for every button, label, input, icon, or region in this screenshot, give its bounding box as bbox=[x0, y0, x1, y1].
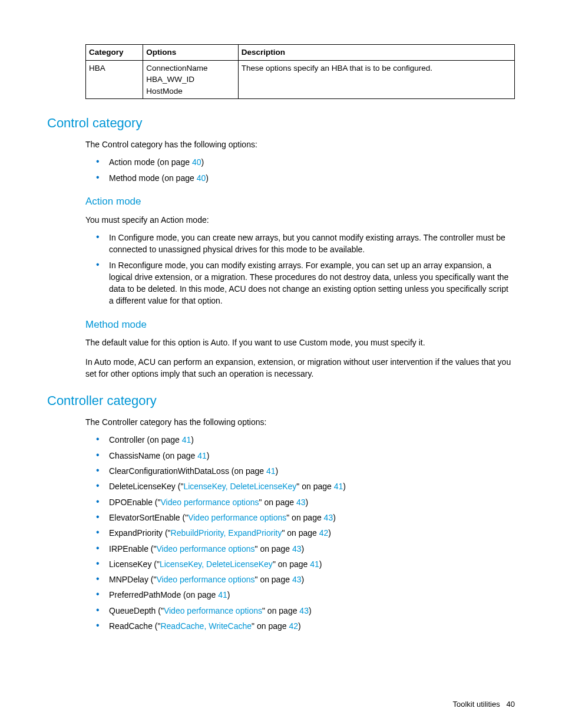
control-options-list: Action mode (on page 40) Method mode (on… bbox=[109, 156, 515, 184]
control-intro: The Control category has the following o… bbox=[85, 139, 515, 150]
heading-method-mode: Method mode bbox=[85, 318, 515, 332]
td-description: These options specify an HBA that is to … bbox=[238, 60, 514, 99]
page-link[interactable]: 43 bbox=[299, 606, 309, 615]
list-item: PreferredPathMode (on page 41) bbox=[109, 589, 515, 601]
item-post: ) bbox=[328, 528, 331, 538]
item-pre: LicenseKey (" bbox=[109, 559, 160, 569]
opt-item: HBA_WW_ID bbox=[146, 74, 234, 85]
item-mid: " on page bbox=[273, 559, 310, 569]
item-pre: QueueDepth (" bbox=[109, 606, 164, 615]
page-link[interactable]: 42 bbox=[289, 621, 298, 631]
list-item: IRPEnable ("Video performance options" o… bbox=[109, 543, 515, 555]
td-category: HBA bbox=[86, 60, 143, 99]
page-link[interactable]: 43 bbox=[296, 498, 306, 507]
list-item: MNPDelay ("Video performance options" on… bbox=[109, 574, 515, 585]
controller-intro: The Controller category has the followin… bbox=[85, 416, 515, 428]
page-link[interactable]: 43 bbox=[292, 575, 302, 584]
page-link[interactable]: 43 bbox=[292, 544, 302, 554]
item-mid: " on page bbox=[282, 528, 319, 538]
item-post: ) bbox=[309, 606, 312, 615]
item-mid: " on page bbox=[255, 575, 292, 584]
cross-ref-link[interactable]: Video performance options bbox=[156, 544, 254, 554]
item-post: ) bbox=[301, 544, 304, 554]
item-mid: " on page bbox=[286, 513, 323, 522]
list-item: DPOEnable ("Video performance options" o… bbox=[109, 496, 515, 508]
item-pre: ElevatorSortEnable (" bbox=[109, 513, 188, 522]
cross-ref-link[interactable]: Video performance options bbox=[156, 575, 254, 584]
list-item: ClearConfigurationWithDataLoss (on page … bbox=[109, 465, 515, 477]
item-pre: IRPEnable (" bbox=[109, 544, 156, 554]
list-item: ChassisName (on page 41) bbox=[109, 450, 515, 462]
footer-page: 40 bbox=[507, 700, 515, 709]
list-item: ExpandPriority ("RebuildPriority, Expand… bbox=[109, 527, 515, 539]
page-link[interactable]: 42 bbox=[319, 528, 329, 538]
th-category: Category bbox=[86, 45, 143, 61]
item-mid: " on page bbox=[262, 606, 299, 615]
cross-ref-link[interactable]: Video performance options bbox=[188, 513, 286, 522]
item-post: ) bbox=[305, 498, 308, 507]
list-item: In Reconfigure mode, you can modify exis… bbox=[109, 259, 515, 307]
item-post: ) bbox=[333, 513, 336, 522]
page-link[interactable]: 40 bbox=[197, 173, 206, 183]
item-post: ) bbox=[298, 621, 301, 631]
list-item: ElevatorSortEnable ("Video performance o… bbox=[109, 512, 515, 523]
heading-control-category: Control category bbox=[47, 114, 515, 133]
opt-item: ConnectionName bbox=[146, 62, 234, 74]
cross-ref-link[interactable]: 41 bbox=[266, 466, 276, 476]
cross-ref-link[interactable]: LicenseKey, DeleteLicenseKey bbox=[183, 482, 296, 491]
cross-ref-link[interactable]: RebuildPriority, ExpandPriority bbox=[171, 528, 282, 538]
item-mid: " on page bbox=[252, 621, 289, 631]
item-pre: ChassisName (on page bbox=[109, 451, 197, 460]
list-item: In Configure mode, you can create new ar… bbox=[109, 232, 515, 256]
cross-ref-link[interactable]: LicenseKey, DeleteLicenseKey bbox=[160, 559, 273, 569]
action-list: In Configure mode, you can create new ar… bbox=[109, 232, 515, 307]
item-pre: ExpandPriority (" bbox=[109, 528, 171, 538]
item-post: ) bbox=[276, 466, 279, 476]
item-pre: DeleteLicenseKey (" bbox=[109, 482, 183, 491]
list-item: LicenseKey ("LicenseKey, DeleteLicenseKe… bbox=[109, 558, 515, 570]
item-post: ) bbox=[301, 575, 304, 584]
heading-controller-category: Controller category bbox=[47, 391, 515, 410]
cross-ref-link[interactable]: 41 bbox=[218, 590, 227, 599]
table-header-row: Category Options Description bbox=[86, 45, 515, 61]
heading-action-mode: Action mode bbox=[85, 195, 515, 209]
list-item: Method mode (on page 40) bbox=[109, 172, 515, 184]
item-post: ) bbox=[191, 435, 194, 444]
hba-table: Category Options Description HBA Connect… bbox=[85, 44, 515, 99]
cross-ref-link[interactable]: 41 bbox=[182, 435, 191, 444]
th-description: Description bbox=[238, 45, 514, 61]
controller-options-list: Controller (on page 41)ChassisName (on p… bbox=[109, 434, 515, 632]
item-label: Method mode (on page bbox=[109, 173, 197, 183]
item-mid: " on page bbox=[259, 498, 296, 507]
item-label: Action mode (on page bbox=[109, 157, 192, 167]
page-link[interactable]: 40 bbox=[192, 157, 201, 167]
method-p1: The default value for this option is Aut… bbox=[85, 337, 515, 348]
footer: Toolkit utilities 40 bbox=[452, 699, 515, 710]
table-row: HBA ConnectionName HBA_WW_ID HostMode Th… bbox=[86, 60, 515, 99]
list-item: DeleteLicenseKey ("LicenseKey, DeleteLic… bbox=[109, 480, 515, 492]
item-pre: ClearConfigurationWithDataLoss (on page bbox=[109, 466, 266, 476]
item-post: ) bbox=[343, 482, 346, 491]
cross-ref-link[interactable]: Video performance options bbox=[160, 498, 259, 507]
cross-ref-link[interactable]: Video performance options bbox=[164, 606, 262, 615]
item-suffix: ) bbox=[201, 157, 204, 167]
list-item: QueueDepth ("Video performance options" … bbox=[109, 605, 515, 617]
cross-ref-link[interactable]: 41 bbox=[197, 451, 207, 460]
item-pre: PreferredPathMode (on page bbox=[109, 590, 218, 599]
item-mid: " on page bbox=[255, 544, 292, 554]
th-options: Options bbox=[143, 45, 238, 61]
item-post: ) bbox=[207, 451, 210, 460]
item-pre: MNPDelay (" bbox=[109, 575, 156, 584]
list-item: Controller (on page 41) bbox=[109, 434, 515, 446]
page-link[interactable]: 41 bbox=[310, 559, 319, 569]
footer-label: Toolkit utilities bbox=[452, 700, 500, 709]
page-link[interactable]: 43 bbox=[324, 513, 333, 522]
page-link[interactable]: 41 bbox=[334, 482, 343, 491]
list-item: Action mode (on page 40) bbox=[109, 156, 515, 168]
method-p2: In Auto mode, ACU can perform an expansi… bbox=[85, 356, 515, 380]
td-options: ConnectionName HBA_WW_ID HostMode bbox=[143, 60, 238, 99]
item-suffix: ) bbox=[206, 173, 209, 183]
item-post: ) bbox=[227, 590, 230, 599]
item-mid: " on page bbox=[296, 482, 333, 491]
cross-ref-link[interactable]: ReadCache, WriteCache bbox=[160, 621, 252, 631]
